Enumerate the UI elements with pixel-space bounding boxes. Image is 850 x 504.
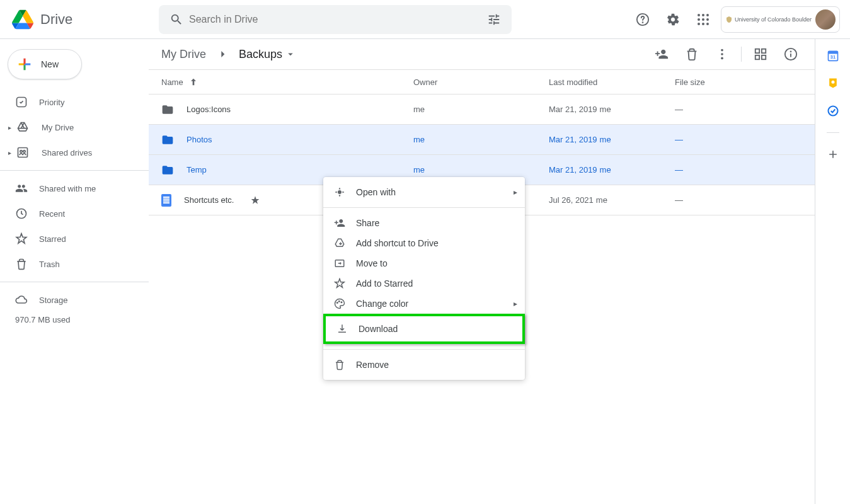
menu-download[interactable]: Download	[323, 314, 525, 344]
sidebar-item-storage[interactable]: Storage	[0, 287, 141, 312]
svg-rect-20	[762, 49, 766, 53]
file-owner: me	[413, 165, 549, 175]
move-icon	[333, 258, 346, 269]
breadcrumb-current[interactable]: Backups	[234, 45, 301, 64]
grid-view-button[interactable]	[749, 43, 772, 66]
menu-remove[interactable]: Remove	[323, 355, 525, 375]
svg-point-4	[706, 14, 709, 16]
search-input[interactable]	[189, 14, 481, 25]
sidebar-item-label: Trash	[39, 260, 60, 269]
menu-label: Add to Starred	[356, 278, 413, 289]
svg-rect-21	[755, 55, 759, 59]
table-header: Name Owner Last modified File size	[149, 69, 815, 94]
add-icon[interactable]	[827, 148, 839, 161]
chevron-right-icon[interactable]: ▸	[4, 149, 15, 156]
table-row[interactable]: Logos:Icons me Mar 21, 2019me —	[149, 94, 815, 125]
menu-label: Change color	[356, 299, 408, 309]
svg-point-7	[706, 18, 709, 21]
menu-label: Open with	[356, 187, 396, 197]
search-bar[interactable]	[159, 5, 512, 34]
chevron-right-icon	[216, 48, 229, 60]
sidebar-item-priority[interactable]: Priority	[0, 89, 141, 115]
info-button[interactable]	[779, 43, 802, 66]
side-panel: 31	[815, 39, 850, 504]
menu-add-starred[interactable]: Add to Starred	[323, 273, 525, 294]
delete-button[interactable]	[681, 43, 703, 66]
svg-point-2	[698, 14, 700, 16]
chevron-right-icon[interactable]: ▸	[4, 124, 15, 131]
logo-area[interactable]: Drive	[10, 7, 159, 32]
breadcrumb: My Drive Backups	[156, 45, 301, 64]
svg-rect-12	[18, 148, 28, 158]
divider	[0, 282, 149, 282]
breadcrumb-current-label: Backups	[239, 48, 282, 61]
sidebar-item-starred[interactable]: Starred	[0, 226, 141, 251]
download-icon	[336, 323, 348, 335]
svg-point-32	[337, 302, 338, 304]
folder-icon	[161, 134, 174, 146]
divider	[741, 47, 742, 62]
dropdown-icon	[285, 49, 296, 60]
menu-label: Remove	[356, 360, 389, 370]
toolbar-actions	[650, 43, 802, 66]
divider	[323, 349, 525, 350]
menu-add-shortcut[interactable]: Add shortcut to Drive	[323, 233, 525, 253]
svg-text:31: 31	[830, 54, 835, 60]
star-icon	[15, 232, 28, 245]
column-owner[interactable]: Owner	[413, 77, 549, 87]
search-options-icon[interactable]	[481, 7, 507, 32]
file-modified: Mar 21, 2019me	[549, 105, 675, 114]
app-name: Drive	[40, 11, 72, 28]
file-owner: me	[413, 135, 549, 144]
svg-point-8	[698, 23, 700, 25]
keep-icon[interactable]	[827, 77, 839, 89]
breadcrumb-root[interactable]: My Drive	[156, 45, 211, 64]
menu-move-to[interactable]: Move to	[323, 253, 525, 273]
svg-point-5	[698, 18, 700, 21]
plus-icon	[16, 55, 33, 73]
menu-change-color[interactable]: Change color ▸	[323, 294, 525, 314]
trash-icon	[333, 359, 346, 370]
sidebar-item-shared-with-me[interactable]: Shared with me	[0, 176, 141, 201]
menu-label: Download	[359, 324, 398, 334]
file-size: —	[675, 195, 802, 205]
svg-rect-19	[755, 49, 759, 53]
apps-icon[interactable]	[691, 7, 716, 32]
sidebar-item-shared-drives[interactable]: ▸ Shared drives	[0, 140, 141, 165]
file-name: Temp	[187, 165, 207, 175]
menu-label: Share	[356, 218, 379, 228]
svg-rect-22	[762, 55, 766, 59]
menu-open-with[interactable]: Open with ▸	[323, 182, 525, 202]
help-icon[interactable]	[630, 7, 655, 32]
sidebar-item-label: Shared with me	[39, 184, 96, 193]
new-button[interactable]: New	[8, 49, 82, 79]
share-icon	[333, 217, 346, 229]
column-name[interactable]: Name	[161, 77, 413, 87]
share-button[interactable]	[650, 43, 673, 66]
shared-drives-icon	[16, 146, 29, 159]
sidebar-item-label: Recent	[39, 209, 65, 219]
svg-point-18	[721, 57, 723, 60]
column-modified[interactable]: Last modified	[549, 77, 675, 87]
calendar-icon[interactable]: 31	[827, 49, 839, 62]
file-modified: Mar 21, 2019me	[549, 135, 675, 144]
sidebar-item-recent[interactable]: Recent	[0, 201, 141, 226]
svg-point-13	[20, 151, 22, 152]
account-switcher[interactable]: University of Colorado Boulder	[721, 6, 840, 33]
sidebar-item-label: Starred	[39, 234, 66, 244]
toolbar: My Drive Backups	[149, 39, 815, 69]
divider	[0, 170, 149, 171]
svg-point-17	[721, 53, 723, 55]
menu-share[interactable]: Share	[323, 213, 525, 233]
more-button[interactable]	[711, 43, 733, 66]
settings-icon[interactable]	[660, 7, 686, 32]
storage-used: 970.7 MB used	[0, 312, 149, 327]
palette-icon	[333, 298, 346, 309]
sidebar-item-trash[interactable]: Trash	[0, 251, 141, 277]
column-size[interactable]: File size	[675, 77, 802, 87]
sidebar-item-mydrive[interactable]: ▸ My Drive	[0, 115, 141, 140]
sidebar-item-label: Priority	[39, 98, 64, 107]
tasks-icon[interactable]	[827, 105, 839, 117]
table-row[interactable]: Photos me Mar 21, 2019me —	[149, 125, 815, 155]
sidebar-item-label: Storage	[39, 295, 68, 305]
